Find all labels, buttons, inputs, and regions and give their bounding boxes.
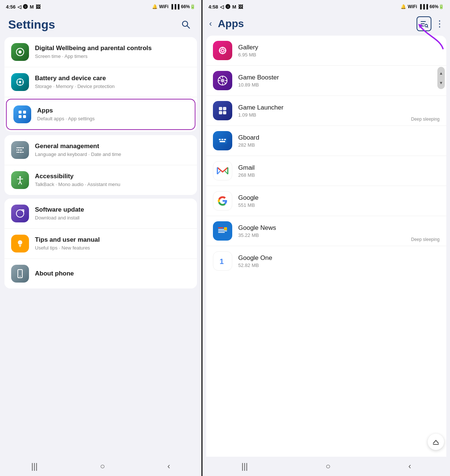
gallery-app-icon <box>213 41 232 60</box>
app-item-google-news[interactable]: Google News 35.22 MB Deep sleeping <box>206 216 446 246</box>
google-news-badge: Deep sleeping <box>411 237 440 242</box>
google-news-size: 35.22 MB <box>238 232 440 238</box>
apps-header-left: ‹ Apps <box>206 17 244 30</box>
photo-icon: 🖼 <box>36 4 41 10</box>
battery-status: 66%🔋 <box>181 4 195 9</box>
about-svg <box>15 269 25 278</box>
settings-item-battery[interactable]: Battery and device care Storage · Memory… <box>4 67 197 97</box>
game-booster-app-icon <box>213 71 232 90</box>
gmail-app-icon <box>213 161 232 180</box>
gboard-text: Gboard 282 MB <box>238 134 440 148</box>
general-mgmt-svg <box>15 145 25 155</box>
gmail-name: Gmail <box>238 164 440 172</box>
gmail-status-icon: M <box>30 4 34 10</box>
general-management-subtitle: Language and keyboard · Date and time <box>35 151 190 158</box>
svg-point-17 <box>22 147 24 149</box>
app-item-game-booster[interactable]: Game Booster 10.89 MB <box>206 66 446 96</box>
software-update-svg <box>15 209 25 218</box>
app-item-gboard[interactable]: Gboard 282 MB <box>206 126 446 156</box>
scrollbar[interactable]: ▲ ▼ <box>437 67 445 89</box>
app-item-game-launcher[interactable]: Game Launcher 1.09 MB Deep sleeping <box>206 96 446 126</box>
left-home-button[interactable]: ○ <box>100 462 105 471</box>
right-status-right: 🔔 WiFi ▐▐▐ 66%🔋 <box>401 4 444 9</box>
settings-panel: 4:56 ◁ 🅦 M 🖼 🔔 WiFi ▐▐▐ 66%🔋 Settings <box>0 0 203 476</box>
more-options-button[interactable]: ⋮ <box>435 19 444 29</box>
digital-wb-svg <box>15 47 25 57</box>
software-update-icon <box>11 205 29 222</box>
digital-wellbeing-title: Digital Wellbeing and parental controls <box>35 44 190 52</box>
accessibility-svg <box>15 175 25 185</box>
app-item-gmail[interactable]: Gmail 268 MB <box>206 156 446 186</box>
svg-point-5 <box>19 81 21 83</box>
gallery-size: 6.95 MB <box>238 52 440 58</box>
google-news-app-icon <box>213 221 232 241</box>
scroll-down-icon[interactable]: ▼ <box>439 81 443 85</box>
digital-wellbeing-text: Digital Wellbeing and parental controls … <box>35 44 190 60</box>
settings-section-1: Digital Wellbeing and parental controls … <box>4 37 197 131</box>
apps-header-right: ⋮ <box>417 16 444 31</box>
settings-item-about-phone[interactable]: About phone <box>4 259 197 288</box>
left-back-button[interactable]: ‹ <box>168 462 170 471</box>
filter-search-icon <box>420 20 428 28</box>
apps-icon <box>13 105 31 123</box>
game-booster-size: 10.89 MB <box>238 82 440 88</box>
signal-icon: ▐▐▐ <box>170 4 179 9</box>
filter-search-button[interactable] <box>417 16 431 31</box>
right-home-button[interactable]: ○ <box>326 462 330 471</box>
settings-item-apps[interactable]: Apps Default apps · App settings <box>6 99 195 130</box>
accessibility-text: Accessibility TalkBack · Mono audio · As… <box>35 172 190 188</box>
about-phone-text: About phone <box>35 270 190 278</box>
settings-item-software-update[interactable]: Software update Download and install <box>4 199 197 229</box>
apps-header: ‹ Apps ⋮ <box>203 13 450 36</box>
back-button[interactable]: ‹ <box>206 17 215 30</box>
nav-icon: ◁ <box>17 4 21 10</box>
game-launcher-text: Game Launcher 1.09 MB <box>238 104 440 118</box>
scroll-up-icon[interactable]: ▲ <box>439 71 443 75</box>
svg-rect-26 <box>19 245 21 246</box>
svg-rect-12 <box>19 115 22 118</box>
scroll-top-button[interactable] <box>428 434 444 450</box>
gboard-app-icon <box>213 131 232 150</box>
game-launcher-app-icon <box>213 101 232 120</box>
search-button[interactable] <box>178 17 193 32</box>
settings-item-digital-wellbeing[interactable]: Digital Wellbeing and parental controls … <box>4 37 197 67</box>
apps-title: Apps <box>37 107 188 115</box>
search-icon <box>181 20 191 29</box>
svg-point-38 <box>222 50 224 52</box>
game-launcher-name: Game Launcher <box>238 104 440 111</box>
svg-line-23 <box>19 182 20 184</box>
settings-section-2: General management Language and keyboard… <box>4 135 197 195</box>
right-battery-status: 66%🔋 <box>430 4 444 9</box>
gmail-text: Gmail 268 MB <box>238 164 440 178</box>
apps-svg <box>17 110 27 119</box>
svg-line-50 <box>224 82 226 84</box>
svg-rect-55 <box>218 138 227 144</box>
app-item-gallery[interactable]: Gallery 6.95 MB <box>206 36 446 66</box>
general-management-title: General management <box>35 142 190 150</box>
svg-line-1 <box>187 26 190 29</box>
app-item-google-one[interactable]: 1 Google One 52.82 MB <box>206 246 446 276</box>
game-launcher-badge: Deep sleeping <box>411 117 440 122</box>
google-svg <box>217 195 229 207</box>
battery-svg <box>15 77 25 87</box>
game-booster-svg <box>217 75 228 86</box>
right-back-button[interactable]: ‹ <box>408 462 411 471</box>
svg-rect-10 <box>19 111 22 114</box>
whatsapp-icon: 🅦 <box>23 4 28 10</box>
left-menu-button[interactable]: ||| <box>31 462 38 471</box>
app-item-google[interactable]: Google 551 MB <box>206 186 446 216</box>
settings-item-tips[interactable]: Tips and user manual Useful tips · New f… <box>4 229 197 259</box>
svg-rect-52 <box>223 107 226 110</box>
settings-item-accessibility[interactable]: Accessibility TalkBack · Mono audio · As… <box>4 165 197 195</box>
about-phone-title: About phone <box>35 270 190 278</box>
svg-rect-57 <box>221 139 223 140</box>
svg-point-19 <box>20 151 22 153</box>
gallery-name: Gallery <box>238 44 440 51</box>
google-app-icon <box>213 191 232 211</box>
settings-item-general-management[interactable]: General management Language and keyboard… <box>4 135 197 165</box>
game-booster-text: Game Booster 10.89 MB <box>238 74 440 88</box>
right-menu-button[interactable]: ||| <box>242 462 248 471</box>
right-nav-bar: ||| ○ ‹ <box>203 457 450 476</box>
google-one-size: 52.82 MB <box>238 263 440 268</box>
svg-rect-51 <box>219 107 222 110</box>
